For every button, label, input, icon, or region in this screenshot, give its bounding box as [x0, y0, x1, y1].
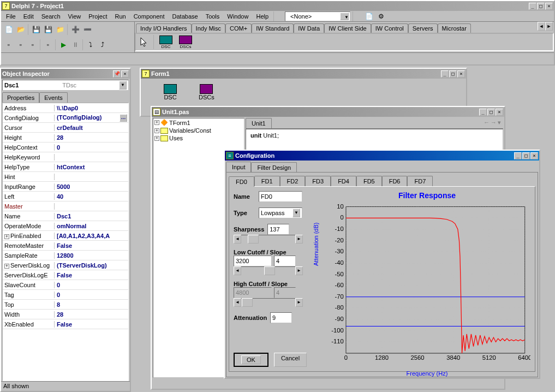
- property-value[interactable]: crDefault: [55, 124, 128, 131]
- removefile-icon[interactable]: ➖: [81, 23, 93, 35]
- tool-icon[interactable]: 📄: [363, 10, 375, 22]
- oi-instance-combo[interactable]: Dsc1 TDsc ▼: [2, 80, 129, 91]
- openproject-icon[interactable]: 📁: [54, 23, 66, 35]
- menu-view[interactable]: View: [64, 12, 85, 21]
- minimize-button[interactable]: _: [441, 70, 449, 78]
- addfile-icon[interactable]: ➕: [69, 23, 81, 35]
- property-row[interactable]: Address\\.\Dap0: [3, 103, 128, 113]
- pause-icon[interactable]: ⏸: [69, 39, 81, 51]
- maximize-button[interactable]: □: [487, 109, 495, 116]
- palette-tab[interactable]: Indy I/O Handlers: [136, 23, 192, 33]
- slider-right-icon[interactable]: ►: [295, 266, 303, 275]
- expand-icon[interactable]: +: [4, 264, 9, 269]
- tree-node[interactable]: +🔶TForm1: [153, 118, 244, 127]
- close-button[interactable]: ×: [457, 70, 465, 78]
- oi-property-grid[interactable]: Address\\.\Dap0ConfigDialog(TConfigDialo…: [2, 103, 129, 381]
- minimize-button[interactable]: _: [529, 3, 536, 10]
- tree-node[interactable]: +Variables/Const: [153, 127, 244, 134]
- property-value[interactable]: 8: [55, 301, 128, 308]
- tool-icon[interactable]: ⚙: [375, 10, 387, 22]
- trace-icon[interactable]: ⤵: [85, 39, 97, 51]
- menu-search[interactable]: Search: [38, 12, 64, 21]
- property-row[interactable]: ConfigDialog(TConfigDialog)…: [3, 113, 128, 123]
- palette-tab[interactable]: IW Client Side: [324, 23, 371, 33]
- property-value[interactable]: 28: [55, 134, 128, 141]
- slider-thumb[interactable]: [264, 266, 275, 275]
- close-button[interactable]: ×: [121, 70, 129, 78]
- attenuation-input[interactable]: [270, 312, 292, 323]
- property-row[interactable]: Height28: [3, 133, 128, 142]
- dropdown-icon[interactable]: ▼: [340, 13, 349, 20]
- expand-icon[interactable]: +: [4, 234, 9, 239]
- property-row[interactable]: +ServerDiskLog(TServerDiskLog): [3, 260, 128, 270]
- property-value[interactable]: (TConfigDialog)…: [55, 114, 128, 122]
- tab-properties[interactable]: Properties: [2, 92, 39, 103]
- toggle-icon[interactable]: ▫: [27, 39, 39, 51]
- expand-icon[interactable]: +: [154, 128, 159, 133]
- close-button[interactable]: ×: [530, 152, 538, 159]
- tab-input[interactable]: Input: [226, 162, 251, 172]
- maximize-button[interactable]: □: [449, 70, 457, 78]
- property-row[interactable]: RemoteMasterFalse: [3, 241, 128, 251]
- menu-project[interactable]: Project: [85, 12, 111, 21]
- expand-icon[interactable]: +: [154, 136, 159, 141]
- close-button[interactable]: ×: [545, 3, 553, 10]
- expand-icon[interactable]: +: [154, 120, 159, 125]
- tree-node[interactable]: +Uses: [153, 134, 244, 142]
- fd-tab[interactable]: FD6: [382, 176, 408, 186]
- new-icon[interactable]: 📄: [3, 23, 15, 35]
- minimize-button[interactable]: _: [514, 152, 522, 159]
- run-icon[interactable]: ▶: [57, 39, 69, 51]
- property-row[interactable]: Top8: [3, 300, 128, 310]
- fd-tab[interactable]: FD2: [280, 176, 306, 186]
- project-combo[interactable]: <None> ▼: [285, 11, 350, 21]
- save-icon[interactable]: 💾: [30, 23, 42, 35]
- sticky-button[interactable]: 📌: [113, 70, 121, 78]
- property-value[interactable]: \\.\Dap0: [55, 105, 128, 111]
- ok-button[interactable]: OK: [234, 353, 268, 367]
- dscs-instance[interactable]: DSCs: [199, 84, 214, 100]
- palette-tab[interactable]: IW Data: [294, 23, 324, 33]
- step-icon[interactable]: ⤴: [97, 39, 109, 51]
- property-value[interactable]: [A0,A1,A2,A3,A4,A: [55, 233, 128, 239]
- property-row[interactable]: Master: [3, 201, 128, 211]
- maximize-button[interactable]: □: [537, 3, 545, 10]
- menu-file[interactable]: File: [2, 12, 20, 21]
- property-value[interactable]: (TServerDiskLog): [55, 262, 128, 269]
- menu-window[interactable]: Window: [223, 12, 252, 21]
- property-row[interactable]: Width28: [3, 310, 128, 319]
- low-cutoff-slider[interactable]: ◄►: [234, 266, 303, 275]
- fd-tab[interactable]: FD3: [305, 176, 331, 186]
- menu-edit[interactable]: Edit: [20, 12, 38, 21]
- property-value[interactable]: False: [55, 321, 128, 328]
- property-value[interactable]: 40: [55, 193, 128, 200]
- type-select[interactable]: Lowpass▼: [259, 207, 302, 218]
- property-row[interactable]: HelpTypehtContext: [3, 162, 128, 172]
- property-value[interactable]: 28: [55, 311, 128, 318]
- property-value[interactable]: htContext: [55, 164, 128, 170]
- menu-component[interactable]: Component: [130, 12, 169, 21]
- property-row[interactable]: Hint: [3, 172, 128, 182]
- cancel-button[interactable]: Cancel: [274, 353, 307, 367]
- property-row[interactable]: Left40: [3, 192, 128, 201]
- newform-icon[interactable]: ▫: [42, 39, 54, 51]
- tab-events[interactable]: Events: [39, 92, 68, 103]
- palette-tab[interactable]: Servers: [408, 23, 438, 33]
- dsc-instance[interactable]: DSC: [164, 84, 177, 100]
- property-row[interactable]: NameDsc1: [3, 211, 128, 221]
- fd-tab[interactable]: FD4: [331, 176, 356, 186]
- property-row[interactable]: SampleRate12800: [3, 251, 128, 260]
- property-row[interactable]: XbEnabledFalse: [3, 319, 128, 329]
- maximize-button[interactable]: □: [522, 152, 530, 159]
- sharpness-slider[interactable]: ◄►: [234, 235, 303, 243]
- property-row[interactable]: ServerDiskLogEFalse: [3, 270, 128, 280]
- menu-help[interactable]: Help: [252, 12, 272, 21]
- palette-tab[interactable]: Indy Misc: [192, 23, 225, 33]
- property-value[interactable]: 0: [55, 282, 128, 288]
- sharpness-input[interactable]: [267, 224, 289, 235]
- property-value[interactable]: omNormal: [55, 223, 128, 229]
- menu-run[interactable]: Run: [111, 12, 129, 21]
- palette-left-icon[interactable]: ◄: [538, 22, 545, 31]
- property-row[interactable]: HelpContext0: [3, 142, 128, 152]
- slider-thumb[interactable]: [248, 235, 259, 243]
